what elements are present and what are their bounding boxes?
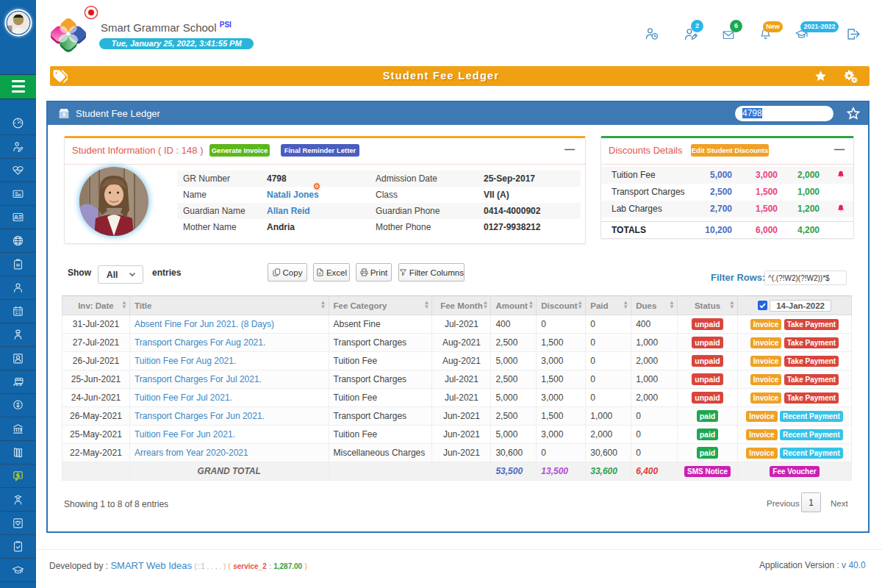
svg-text:$: $ xyxy=(62,112,65,118)
